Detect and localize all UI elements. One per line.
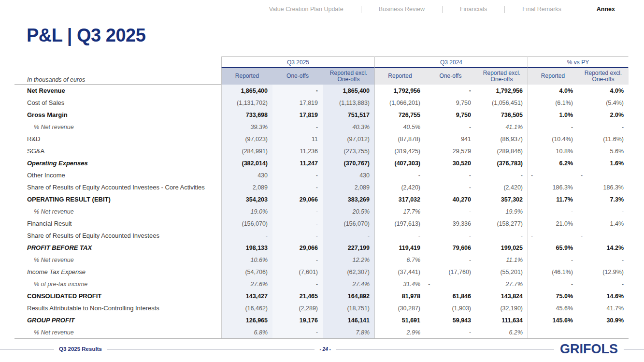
table-row: Results Attributable to Non-Controlling …	[14, 302, 629, 314]
column-header: Reported	[528, 68, 578, 85]
cell: 1.4%	[578, 217, 629, 230]
cell: 2.9%	[374, 326, 425, 338]
cell: 10.6%	[221, 254, 272, 266]
cell: -	[578, 230, 629, 242]
cell: -	[425, 254, 476, 266]
table-body: Net Revenue1,865,400-1,865,4001,792,956-…	[14, 85, 629, 339]
cell: -	[578, 254, 629, 266]
cell: -	[528, 254, 578, 266]
cell: 39,336	[425, 217, 476, 230]
cell: (46.1%)	[528, 266, 578, 278]
table-row: Share of Results of Equity Accounted Inv…	[14, 181, 629, 193]
column-header: Reported excl. One-offs	[578, 68, 629, 85]
cell: 40,270	[425, 193, 476, 205]
row-label: OPERATING RESULT (EBIT)	[14, 196, 221, 203]
table-row: % Net revenue6.8%-7.8%2.9%-6.2%	[14, 326, 629, 338]
cell: -	[425, 85, 476, 97]
row-label: % Net revenue	[14, 329, 221, 336]
cell: (197,613)	[374, 217, 425, 230]
cell: 39.3%	[221, 121, 272, 133]
cell: -	[425, 205, 476, 217]
table-row: Net Revenue1,865,400-1,865,4001,792,956-…	[14, 85, 629, 97]
cell: -	[425, 326, 476, 338]
cell: (1,056,451)	[476, 97, 528, 109]
cell: -	[272, 254, 323, 266]
cell: -	[272, 181, 323, 193]
cell: 726,755	[374, 109, 425, 121]
cell: 14.2%	[578, 242, 629, 254]
cell: -	[578, 205, 629, 217]
table-row: % Net revenue19.0%-20.5%17.7%-19.9%--	[14, 205, 629, 217]
cell: 7.3%	[578, 193, 629, 205]
cell: (2,289)	[272, 302, 323, 314]
cell: (6.1%)	[528, 97, 578, 109]
cell: -	[425, 230, 476, 242]
cell: 317,032	[374, 193, 425, 205]
cell: (273,755)	[323, 145, 374, 157]
cell: (11.6%)	[578, 133, 629, 145]
cell: 1,865,400	[323, 85, 374, 97]
nav-item-financials[interactable]: Financials	[443, 6, 504, 13]
column-header: One-offs	[272, 68, 323, 85]
nav-item-value-creation-plan-update[interactable]: Value Creation Plan Update	[252, 6, 361, 13]
cell: 6.2%	[528, 157, 578, 169]
top-navigation: Value Creation Plan UpdateBusiness Revie…	[252, 4, 619, 14]
cell: 143,427	[221, 290, 272, 302]
cell: (97,023)	[221, 133, 272, 145]
cell: -	[374, 169, 425, 181]
cell: 2.0%	[578, 109, 629, 121]
cell: -	[425, 181, 476, 193]
column-header: Reported excl. One-offs	[476, 68, 528, 85]
cell: -	[272, 85, 323, 97]
cell: -	[374, 230, 425, 242]
cell: -	[528, 278, 578, 290]
column-header-row: In thousands of euros ReportedOne-offsRe…	[14, 68, 629, 85]
cell: 1,865,400	[221, 85, 272, 97]
cell: 430	[221, 169, 272, 181]
table-row: CONSOLIDATED PROFIT143,42721,465164,8928…	[14, 290, 629, 302]
cell: (62,307)	[323, 266, 374, 278]
cell: 81,978	[374, 290, 425, 302]
cell: -	[272, 169, 323, 181]
table-row: % of pre-tax income27.6%-27.4%31.4%-27.7…	[14, 278, 629, 290]
cell	[528, 326, 578, 338]
cell: 27.4%	[323, 278, 374, 290]
cell: 733,698	[221, 109, 272, 121]
cell: -	[272, 230, 323, 242]
cell: (18,751)	[323, 302, 374, 314]
nav-item-final-remarks[interactable]: Final Remarks	[505, 6, 579, 13]
cell: 227,199	[323, 242, 374, 254]
cell: 29,066	[272, 193, 323, 205]
cell: -	[476, 230, 528, 242]
cell: (55,201)	[476, 266, 528, 278]
grifols-logo: GRIFOLS	[554, 342, 624, 357]
cell: 4.0%	[578, 85, 629, 97]
cell: (156,070)	[221, 217, 272, 230]
nav-item-annex[interactable]: Annex	[579, 6, 619, 13]
cell: 11,247	[272, 157, 323, 169]
cell: -	[272, 121, 323, 133]
page-number: - 24 -	[315, 347, 335, 352]
cell: 111,634	[476, 314, 528, 326]
table-row: SG&A(284,991)11,236(273,755)(319,425)29,…	[14, 145, 629, 157]
cell: (158,277)	[476, 217, 528, 230]
cell: -	[272, 278, 323, 290]
cell: 357,302	[476, 193, 528, 205]
cell: 11.7%	[528, 193, 578, 205]
footer-rule-segment	[336, 349, 554, 349]
column-header: One-offs	[425, 68, 476, 85]
row-label: CONSOLIDATED PROFIT	[14, 292, 221, 300]
cell: 2,089	[221, 181, 272, 193]
cell: (1,113,883)	[323, 97, 374, 109]
cell: 40.3%	[323, 121, 374, 133]
cell: 126,965	[221, 314, 272, 326]
cell: (32,190)	[476, 302, 528, 314]
nav-item-business-review[interactable]: Business Review	[361, 6, 442, 13]
cell: 145.6%	[528, 314, 578, 326]
table-row: Income Tax Expense(54,706)(7,601)(62,307…	[14, 266, 629, 278]
cell: 75.0%	[528, 290, 578, 302]
cell: 12.2%	[323, 254, 374, 266]
cell: -	[425, 278, 476, 290]
cell: 40.5%	[374, 121, 425, 133]
row-label: Financial Result	[14, 220, 221, 227]
